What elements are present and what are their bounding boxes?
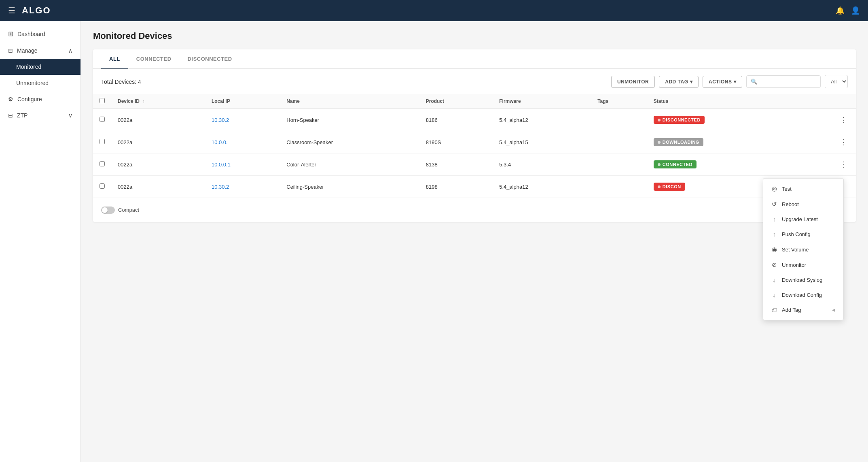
devices-card: ALL CONNECTED DISCONNECTED Total Devices… xyxy=(93,49,856,222)
th-name: Name xyxy=(280,94,419,109)
download-config-icon: ↓ xyxy=(771,292,778,298)
sidebar-item-configure[interactable]: ⚙ Configure xyxy=(0,91,80,107)
add-tag-chevron-icon: ▾ xyxy=(690,79,693,85)
row1-device-id: 0022a xyxy=(111,109,205,131)
row2-checkbox-cell xyxy=(93,131,111,153)
sidebar-item-manage[interactable]: ⊟ Manage ∧ xyxy=(0,43,80,59)
app-body: ⊞ Dashboard ⊟ Manage ∧ Monitored Unmonit… xyxy=(0,21,868,462)
row3-status: CONNECTED xyxy=(647,153,797,176)
th-status: Status xyxy=(647,94,797,109)
row3-name: Color-Alerter xyxy=(280,153,419,176)
dropdown-label-test: Test xyxy=(782,186,836,192)
row4-device-id: 0022a xyxy=(111,176,205,198)
row3-ip-link[interactable]: 10.0.0.1 xyxy=(212,162,231,168)
row2-local-ip: 10.0.0. xyxy=(205,131,280,153)
row4-checkbox-cell xyxy=(93,176,111,198)
row2-firmware: 5.4_alpha15 xyxy=(493,131,591,153)
dropdown-label-upgrade-latest: Upgrade Latest xyxy=(782,216,836,222)
dropdown-item-upgrade-latest[interactable]: ↑ Upgrade Latest xyxy=(763,212,843,227)
th-checkbox xyxy=(93,94,111,109)
row4-firmware: 5.4_alpha12 xyxy=(493,176,591,198)
compact-toggle[interactable] xyxy=(101,207,115,214)
row1-firmware: 5.4_alpha12 xyxy=(493,109,591,131)
row4-status-badge: DISCON xyxy=(654,183,685,191)
row4-tags xyxy=(591,176,647,198)
row4-ip-link[interactable]: 10.30.2 xyxy=(212,184,229,190)
dropdown-item-download-config[interactable]: ↓ Download Config xyxy=(763,287,843,302)
th-local-ip: Local IP xyxy=(205,94,280,109)
sidebar: ⊞ Dashboard ⊟ Manage ∧ Monitored Unmonit… xyxy=(0,21,81,462)
th-device-id[interactable]: Device ID ↑ xyxy=(111,94,205,109)
sidebar-item-dashboard[interactable]: ⊞ Dashboard xyxy=(0,25,80,43)
configure-icon: ⚙ xyxy=(8,96,13,102)
dropdown-item-push-config[interactable]: ↑ Push Config xyxy=(763,227,843,242)
row2-name: Classroom-Speaker xyxy=(280,131,419,153)
dropdown-label-download-syslog: Download Syslog xyxy=(782,277,836,283)
context-dropdown-menu: ◎ Test ↺ Reboot ↑ Upgrade Latest ↑ Push … xyxy=(763,178,844,320)
tab-disconnected[interactable]: DISCONNECTED xyxy=(180,49,240,69)
sidebar-item-ztp[interactable]: ⊟ ZTP ∨ xyxy=(0,107,80,123)
dropdown-item-add-tag[interactable]: 🏷 Add Tag ◄ xyxy=(763,302,843,317)
toolbar: Total Devices: 4 UNMONITOR ADD TAG ▾ ACT… xyxy=(93,69,856,94)
row1-status-badge: DISCONNECTED xyxy=(654,116,705,124)
row3-tags xyxy=(591,153,647,176)
tabs: ALL CONNECTED DISCONNECTED xyxy=(93,49,856,69)
table-row: 0022a 10.30.2 Horn-Speaker 8186 5.4_alph… xyxy=(93,109,856,131)
hamburger-icon[interactable]: ☰ xyxy=(8,6,15,15)
th-actions xyxy=(797,94,856,109)
toggle-knob xyxy=(102,207,108,213)
add-tag-button[interactable]: ADD TAG ▾ xyxy=(659,76,699,88)
sort-icon: ↑ xyxy=(142,99,145,104)
row2-checkbox[interactable] xyxy=(100,139,105,144)
th-tags: Tags xyxy=(591,94,647,109)
sidebar-label-unmonitored: Unmonitored xyxy=(16,80,49,86)
row1-checkbox[interactable] xyxy=(100,117,105,122)
dropdown-label-download-config: Download Config xyxy=(782,292,836,298)
tab-connected[interactable]: CONNECTED xyxy=(128,49,180,69)
sidebar-item-unmonitored[interactable]: Unmonitored xyxy=(0,75,80,91)
dropdown-item-download-syslog[interactable]: ↓ Download Syslog xyxy=(763,273,843,287)
row2-ip-link[interactable]: 10.0.0. xyxy=(212,139,228,145)
search-input[interactable] xyxy=(760,79,816,85)
row1-actions-cell: ⋮ xyxy=(797,109,856,131)
sidebar-item-monitored[interactable]: Monitored xyxy=(0,59,80,75)
tab-all[interactable]: ALL xyxy=(101,49,128,69)
dropdown-item-test[interactable]: ◎ Test xyxy=(763,181,843,196)
manage-chevron-icon: ∧ xyxy=(68,47,72,54)
row3-checkbox[interactable] xyxy=(100,161,105,166)
row3-firmware: 5.3.4 xyxy=(493,153,591,176)
dropdown-label-add-tag: Add Tag xyxy=(782,307,827,313)
th-firmware: Firmware xyxy=(493,94,591,109)
th-product: Product xyxy=(419,94,493,109)
row2-tags xyxy=(591,131,647,153)
add-tag-submenu-arrow-icon: ◄ xyxy=(831,307,836,313)
user-icon[interactable]: 👤 xyxy=(851,6,860,15)
top-nav-right: 🔔 👤 xyxy=(836,6,860,15)
sidebar-label-monitored: Monitored xyxy=(16,64,41,70)
actions-chevron-icon: ▾ xyxy=(734,79,737,85)
dropdown-item-reboot[interactable]: ↺ Reboot xyxy=(763,196,843,212)
search-icon: 🔍 xyxy=(751,79,757,85)
search-box: 🔍 xyxy=(746,75,821,88)
row3-local-ip: 10.0.0.1 xyxy=(205,153,280,176)
table-row: 0022a 10.0.0. Classroom-Speaker 8190S 5.… xyxy=(93,131,856,153)
dropdown-label-set-volume: Set Volume xyxy=(782,247,836,253)
row2-more-button[interactable]: ⋮ xyxy=(837,137,849,147)
notification-icon[interactable]: 🔔 xyxy=(836,6,845,15)
row2-status-badge: DOWNLOADING xyxy=(654,138,703,146)
row4-checkbox[interactable] xyxy=(100,183,105,189)
filter-select[interactable]: All xyxy=(825,75,848,88)
row3-more-button[interactable]: ⋮ xyxy=(837,159,849,170)
sidebar-label-ztp: ZTP xyxy=(17,112,28,119)
actions-button[interactable]: ACTIONS ▾ xyxy=(703,76,742,88)
unmonitor-button[interactable]: UNMONITOR xyxy=(611,76,655,88)
row2-product: 8190S xyxy=(419,131,493,153)
dropdown-item-set-volume[interactable]: ◉ Set Volume xyxy=(763,242,843,257)
row1-status: DISCONNECTED xyxy=(647,109,797,131)
row1-more-button[interactable]: ⋮ xyxy=(837,115,849,125)
select-all-checkbox[interactable] xyxy=(100,98,105,103)
dropdown-item-unmonitor[interactable]: ⊘ Unmonitor xyxy=(763,257,843,273)
row1-ip-link[interactable]: 10.30.2 xyxy=(212,117,229,123)
devices-table: Device ID ↑ Local IP Name Product Firmwa… xyxy=(93,94,856,198)
main-content: Monitored Devices ALL CONNECTED DISCONNE… xyxy=(81,21,868,462)
